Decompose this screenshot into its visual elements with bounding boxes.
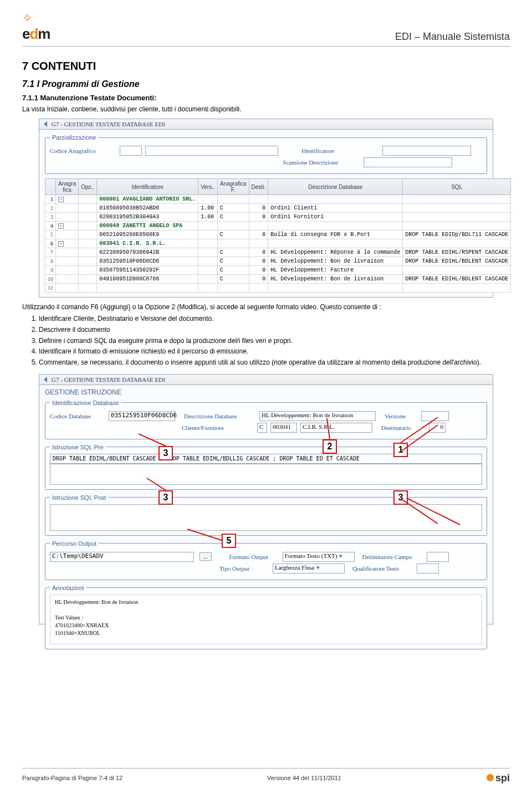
value-qualif-testo[interactable]: [417, 564, 439, 573]
page-header: ✧ edm EDI – Manuale Sistemista: [22, 11, 510, 47]
label-formato-output: Formato Output: [229, 554, 279, 560]
doc-title: EDI – Manuale Sistemista: [395, 31, 510, 43]
table-row[interactable]: 6-003041 C.I.R. S.R.L.: [45, 239, 511, 248]
value-cf-name[interactable]: C.I.R. S.R.L.: [300, 423, 372, 433]
sqlpost-legend: Istruzione SQL Post: [50, 494, 108, 501]
logo-edm: ✧ edm: [22, 11, 50, 43]
parzializzazione-legend: Parzializzazione: [50, 134, 98, 141]
ident-db-fieldset: Identificazione Database Codice Database…: [45, 399, 487, 439]
label-desc-db: Descrizione Database: [184, 413, 256, 419]
annot-textarea[interactable]: HL Développement: Bon de livraison Test …: [50, 595, 482, 644]
value-codice-db[interactable]: 0351259510F06D8CD6: [109, 411, 175, 421]
list-item: Definire i comandi SQL da eseguire prima…: [39, 336, 510, 346]
label-scansione: Scansione Descrizione: [283, 159, 360, 166]
ident-db-legend: Identificazione Database: [50, 399, 121, 406]
gear-icon: ✺: [486, 772, 494, 784]
callout-3b: 3: [158, 490, 173, 505]
annot-fieldset: Annotazioni HL Développement: Bon de liv…: [45, 585, 487, 649]
sqlpre-legend: Istruzione SQL Pre: [50, 444, 106, 450]
label-tipo-output: Tipo Output: [219, 565, 269, 572]
window-title-bar-1: G7 - GESTIONE TESTATE DATABASE EDI: [39, 119, 493, 130]
logo-spi: ✺ spi: [486, 772, 510, 784]
table-row[interactable]: 903587595114350292FC0HL Développement: F…: [45, 266, 511, 275]
list-item: Descrivere il documento: [39, 325, 510, 335]
table-header[interactable]: Desti.: [249, 179, 268, 195]
table-row[interactable]: 10049108951D980C8786C0HL Développement: …: [45, 275, 511, 284]
nav-back-icon-2[interactable]: [44, 377, 47, 382]
label-cliente-forn: Cliente/Fornitore: [182, 424, 254, 431]
tab-header[interactable]: GESTIONE ISTRUZIONE: [45, 388, 487, 396]
label-codice-anagrafico: Codice Anagrafico: [50, 147, 116, 154]
numbered-list: Identificare Cliente, Destinatario e Ver…: [39, 314, 510, 367]
logo-flame-icon: ✧: [22, 11, 32, 25]
table-header[interactable]: Descrizione Database: [268, 179, 403, 195]
data-table: Anagra ficaOpz..IdentificatoreVers..Anag…: [45, 178, 511, 293]
table-row[interactable]: 201850895038B52ABD61.00C0Ordini Clienti: [45, 204, 511, 213]
value-tipo-output[interactable]: Larghezza Fissa▾: [273, 564, 345, 573]
heading-1: 7 CONTENUTI: [22, 60, 510, 73]
table-header[interactable]: Opz..: [79, 179, 97, 195]
value-desc-db[interactable]: HL Développement: Bon de livraison: [259, 411, 376, 421]
value-cf-num[interactable]: 003041: [270, 423, 297, 433]
label-versione: Versione: [385, 413, 418, 419]
callout-5: 5: [222, 534, 236, 548]
label-qualif-testo: Qualificatore Testo: [352, 565, 413, 572]
table-header[interactable]: Identificatore: [97, 179, 198, 195]
table-row[interactable]: 80351259510F06D8CD6C0HL Développement: B…: [45, 257, 511, 266]
table-header[interactable]: [45, 179, 56, 195]
list-item: Identificare Cliente, Destinatario e Ver…: [39, 314, 510, 324]
intro-paragraph: La vista Iniziale, contiene, suddivisi p…: [22, 105, 510, 113]
annot-legend: Annotazioni: [50, 585, 86, 591]
window-title-bar-2: G7 - GESTIONE TESTATE DATABASE EDI: [39, 374, 493, 385]
callout-2: 2: [323, 439, 337, 454]
sqlpre-fieldset: Istruzione SQL Pre DROP TABLE EDIHL/BDLE…: [45, 444, 487, 490]
sqlpost-textarea[interactable]: [50, 504, 482, 531]
table-header[interactable]: Anagra fica: [56, 179, 79, 195]
value-destinatario[interactable]: 0: [429, 423, 446, 433]
table-row[interactable]: 506521095288E8508E9C0Bolla di consegna F…: [45, 230, 511, 239]
heading-3: 7.1.1 Manutenzione Testate Documenti:: [22, 94, 510, 102]
value-formato-output[interactable]: Formato Testo (TXT)▾: [283, 552, 355, 562]
list-item: Identificare il formato di emissione ric…: [39, 347, 510, 356]
table-row[interactable]: 1-000001 AVAGLIANO ANTONIO SRL.: [45, 195, 511, 204]
outpath-legend: Percorso Output: [50, 540, 99, 547]
after-shot1-paragraph: Utilizzando il comando F6 (Aggiungi) o l…: [22, 303, 510, 311]
parzializzazione-fieldset: Parzializzazione Codice Anagrafico Ident…: [45, 134, 487, 174]
table-header[interactable]: SQL: [403, 179, 511, 195]
sqlpre-textarea[interactable]: [50, 464, 482, 485]
footer-left: Paragrafo-Pagina di Pagine 7-4 di 12: [22, 775, 122, 781]
window-title-text-1: G7 - GESTIONE TESTATE DATABASE EDI: [52, 121, 165, 127]
callout-1: 1: [393, 443, 408, 457]
label-delim-campo: Delimitatore Campo: [362, 554, 423, 560]
callout-3c: 3: [393, 490, 408, 505]
footer-center: Versione 44 del 11/11/2011: [267, 775, 341, 781]
window-title-text-2: G7 - GESTIONE TESTATE DATABASE EDI: [52, 376, 165, 383]
value-delim-campo[interactable]: [427, 552, 449, 562]
input-codice-anagrafico[interactable]: [120, 146, 142, 156]
label-destinatario: Destinatario: [381, 424, 426, 431]
screenshot-2: G7 - GESTIONE TESTATE DATABASE EDI GESTI…: [39, 374, 493, 629]
nav-back-icon[interactable]: [44, 121, 47, 127]
list-item: Commentare, se necessario, il documento …: [39, 358, 510, 367]
outpath-value[interactable]: C:\Temp\DESADV: [50, 552, 194, 562]
label-identificatore: Identificatore: [301, 147, 379, 154]
table-row[interactable]: 4-000049 ZANETTI ANGELO SPA: [45, 222, 511, 230]
callout-3a: 3: [158, 446, 173, 460]
table-row[interactable]: 11: [45, 284, 511, 293]
browse-button[interactable]: ...: [200, 552, 212, 561]
label-codice-db: Codice Database: [50, 413, 105, 419]
sqlpost-fieldset: Istruzione SQL Post: [45, 494, 487, 536]
table-header[interactable]: Anagrafica F.: [217, 179, 249, 195]
table-header[interactable]: Vers..: [198, 179, 218, 195]
sqlpre-value[interactable]: DROP TABLE EDIHL/BDLENT CASCADE ; DROP T…: [50, 454, 482, 464]
input-identificatore[interactable]: [382, 146, 471, 156]
value-versione[interactable]: [421, 411, 449, 421]
screenshot-1: G7 - GESTIONE TESTATE DATABASE EDI Parzi…: [39, 119, 493, 298]
value-cf-code[interactable]: C: [257, 423, 267, 433]
table-row[interactable]: 702238895070306942BC0HL Développement: R…: [45, 248, 511, 257]
input-scansione[interactable]: [364, 157, 452, 167]
table-row[interactable]: 302003195052B3049A31.00C0Ordini Fornitor…: [45, 213, 511, 222]
input-codice-anagrafico-desc[interactable]: [145, 146, 278, 156]
page-footer: Paragrafo-Pagina di Pagine 7-4 di 12 Ver…: [22, 768, 510, 784]
outpath-fieldset: Percorso Output C:\Temp\DESADV ... Forma…: [45, 540, 487, 580]
